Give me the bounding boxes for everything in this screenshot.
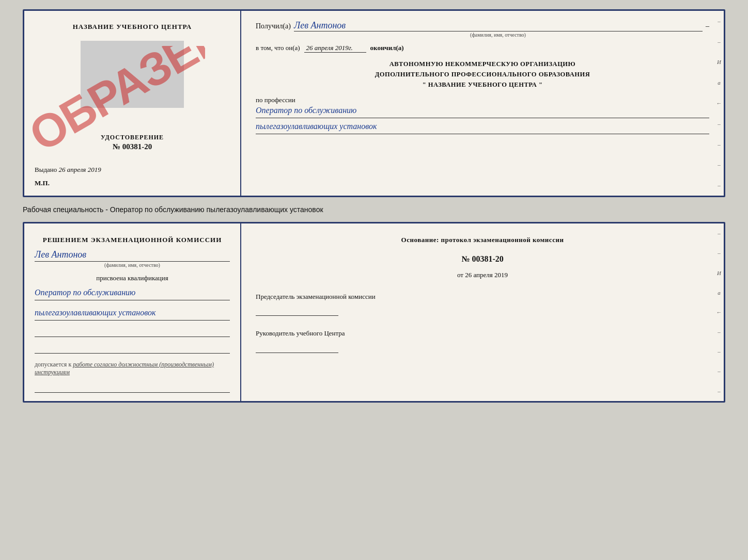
indicator-9: – <box>718 182 721 188</box>
school-name-top: НАЗВАНИЕ УЧЕБНОГО ЦЕНТРА <box>73 22 192 31</box>
predsedatel-label: Председатель экзаменационной комиссии <box>256 292 709 302</box>
qual-line2: пылегазоулавливающих установок <box>35 307 230 321</box>
poluchil-label: Получил(а) <box>256 22 291 30</box>
stamp-placeholder <box>81 41 184 108</box>
udostoverenie-number: № 00381-20 <box>101 142 164 151</box>
profession-line1: Оператор по обслуживанию <box>256 104 709 118</box>
prisvoena-label: присвоена квалификация <box>35 274 230 282</box>
vydano-date: 26 апреля 2019 <box>59 166 101 173</box>
recipient-name: Лев Антонов <box>294 20 703 31</box>
mp-label: М.П. <box>35 179 50 187</box>
rukovoditel-label: Руководитель учебного Центра <box>256 328 709 339</box>
org-block: АВТОНОМНУЮ НЕКОММЕРЧЕСКУЮ ОРГАНИЗАЦИЮ ДО… <box>256 59 709 90</box>
vtom-label: в том, что он(а) <box>256 44 300 52</box>
blank-line-1 <box>35 327 230 337</box>
protocol-number: № 00381-20 <box>256 254 709 264</box>
indicator-6: – <box>718 121 721 127</box>
ot-date-value: 26 апреля 2019 <box>465 271 508 279</box>
bottom-right-panel: Основание: протокол экзаменационной коми… <box>241 223 724 401</box>
bottom-recipient-name: Лев Антонов <box>35 249 230 262</box>
dopuskaetsya-prefix: допускается к <box>35 361 71 368</box>
indicator-7: – <box>718 141 721 148</box>
osnovanie-text: Основание: протокол экзаменационной коми… <box>256 235 709 245</box>
qual-line1: Оператор по обслуживанию <box>35 286 230 300</box>
b-indicator-4: а <box>718 290 721 296</box>
resheniem-text: Решением экзаменационной комиссии <box>35 235 230 245</box>
b-indicator-5: ← <box>716 309 722 315</box>
indicator-4: а <box>718 79 721 86</box>
dash-right: – <box>706 22 709 30</box>
b-indicator-7: – <box>718 348 721 355</box>
predsedatel-sign-line <box>256 303 338 316</box>
rukovoditel-sign-line <box>256 341 338 353</box>
blank-line-2 <box>35 343 230 354</box>
org-line1: АВТОНОМНУЮ НЕКОММЕРЧЕСКУЮ ОРГАНИЗАЦИЮ <box>256 59 709 69</box>
document-wrapper: НАЗВАНИЕ УЧЕБНОГО ЦЕНТРА ОБРАЗЕЦ УДОСТОВ… <box>23 9 725 403</box>
org-line2: ДОПОЛНИТЕЛЬНОГО ПРОФЕССИОНАЛЬНОГО ОБРАЗО… <box>256 69 709 79</box>
ot-label: от <box>457 271 463 279</box>
vtom-row: в том, что он(а) 26 апреля 2019г. окончи… <box>256 44 709 53</box>
okonchil-label: окончил(а) <box>370 44 404 52</box>
middle-label: Рабочая специальность - Оператор по обсл… <box>23 202 725 217</box>
indicator-5: ← <box>716 100 722 106</box>
profession-line2: пылегазоулавливающих установок <box>256 120 709 134</box>
b-indicator-1: – <box>718 230 721 236</box>
indicator-8: – <box>718 162 721 168</box>
indicator-2: – <box>718 39 721 45</box>
top-left-panel: НАЗВАНИЕ УЧЕБНОГО ЦЕНТРА ОБРАЗЕЦ УДОСТОВ… <box>24 11 241 196</box>
b-indicator-3: И <box>717 270 721 276</box>
predsedatel-block: Председатель экзаменационной комиссии <box>256 292 709 316</box>
b-indicator-6: – <box>718 329 721 335</box>
b-indicator-8: – <box>718 368 721 374</box>
right-indicators-bottom: – – И а ← – – – – <box>714 223 724 401</box>
vtom-date: 26 апреля 2019г. <box>304 44 366 53</box>
b-indicator-2: – <box>718 250 721 256</box>
udostoverenie-label: УДОСТОВЕРЕНИЕ <box>101 134 164 141</box>
ot-date-bottom: от 26 апреля 2019 <box>256 271 709 279</box>
indicator-3: И <box>717 59 721 65</box>
fio-hint-top: (фамилия, имя, отчество) <box>287 32 709 38</box>
top-right-panel: Получил(а) Лев Антонов – (фамилия, имя, … <box>241 11 724 196</box>
indicator-1: – <box>718 18 721 24</box>
right-indicators: – – И а ← – – – – <box>714 11 724 196</box>
udostoverenie-block: УДОСТОВЕРЕНИЕ № 00381-20 <box>101 134 164 151</box>
po-professii-label: по профессии <box>256 96 709 104</box>
b-indicator-9: – <box>718 388 721 394</box>
vydano-row: Выдано 26 апреля 2019 <box>35 166 101 174</box>
top-document: НАЗВАНИЕ УЧЕБНОГО ЦЕНТРА ОБРАЗЕЦ УДОСТОВ… <box>23 9 725 197</box>
rukovoditel-block: Руководитель учебного Центра <box>256 328 709 353</box>
bottom-document: Решением экзаменационной комиссии Лев Ан… <box>23 222 725 403</box>
org-line3: " НАЗВАНИЕ УЧЕБНОГО ЦЕНТРА " <box>256 79 709 90</box>
vydano-label: Выдано <box>35 166 57 173</box>
blank-line-3 <box>35 382 230 393</box>
dopuskaetsya-block: допускается к работе согласно должностны… <box>35 361 230 376</box>
bottom-left-panel: Решением экзаменационной комиссии Лев Ан… <box>24 223 241 401</box>
fio-hint-bottom: (фамилия, имя, отчество) <box>35 262 230 268</box>
